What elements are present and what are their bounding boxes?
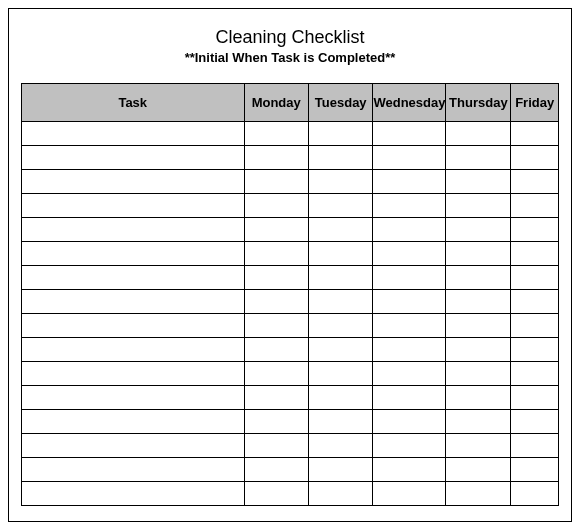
page-title: Cleaning Checklist bbox=[9, 27, 571, 48]
table-cell bbox=[446, 122, 511, 146]
table-cell bbox=[446, 266, 511, 290]
table-cell bbox=[22, 290, 245, 314]
table-cell bbox=[373, 290, 446, 314]
table-cell bbox=[308, 410, 373, 434]
document-page: Cleaning Checklist **Initial When Task i… bbox=[8, 8, 572, 522]
table-cell bbox=[446, 410, 511, 434]
table-cell bbox=[22, 194, 245, 218]
table-cell bbox=[446, 146, 511, 170]
table-cell bbox=[22, 410, 245, 434]
table-cell bbox=[308, 362, 373, 386]
col-header-thursday: Thursday bbox=[446, 84, 511, 122]
table-cell bbox=[244, 482, 308, 506]
table-cell bbox=[244, 146, 308, 170]
table-cell bbox=[511, 482, 559, 506]
table-cell bbox=[373, 338, 446, 362]
table-cell bbox=[244, 458, 308, 482]
table-cell bbox=[373, 386, 446, 410]
table-cell bbox=[446, 290, 511, 314]
table-cell bbox=[308, 290, 373, 314]
table-row bbox=[22, 434, 559, 458]
table-cell bbox=[446, 170, 511, 194]
table-cell bbox=[511, 266, 559, 290]
table-row bbox=[22, 242, 559, 266]
table-cell bbox=[244, 290, 308, 314]
table-cell bbox=[244, 314, 308, 338]
table-row bbox=[22, 314, 559, 338]
table-row bbox=[22, 194, 559, 218]
table-cell bbox=[373, 266, 446, 290]
table-cell bbox=[373, 242, 446, 266]
table-row bbox=[22, 122, 559, 146]
table-cell bbox=[511, 218, 559, 242]
table-cell bbox=[244, 434, 308, 458]
table-cell bbox=[511, 458, 559, 482]
table-cell bbox=[511, 338, 559, 362]
checklist-table: Task Monday Tuesday Wednesday Thursday F… bbox=[21, 83, 559, 506]
table-cell bbox=[373, 410, 446, 434]
table-row bbox=[22, 170, 559, 194]
table-cell bbox=[22, 434, 245, 458]
table-cell bbox=[244, 338, 308, 362]
table-cell bbox=[244, 194, 308, 218]
table-row bbox=[22, 458, 559, 482]
table-cell bbox=[308, 314, 373, 338]
table-cell bbox=[511, 146, 559, 170]
table-cell bbox=[373, 194, 446, 218]
table-cell bbox=[308, 266, 373, 290]
table-row bbox=[22, 410, 559, 434]
table-cell bbox=[308, 218, 373, 242]
table-cell bbox=[244, 122, 308, 146]
table-cell bbox=[373, 458, 446, 482]
col-header-monday: Monday bbox=[244, 84, 308, 122]
table-cell bbox=[511, 242, 559, 266]
table-cell bbox=[373, 122, 446, 146]
table-cell bbox=[22, 482, 245, 506]
table-cell bbox=[373, 170, 446, 194]
table-cell bbox=[308, 146, 373, 170]
table-row bbox=[22, 290, 559, 314]
table-cell bbox=[308, 434, 373, 458]
table-cell bbox=[22, 146, 245, 170]
table-cell bbox=[373, 314, 446, 338]
table-cell bbox=[308, 386, 373, 410]
table-cell bbox=[511, 314, 559, 338]
table-cell bbox=[446, 482, 511, 506]
table-cell bbox=[22, 314, 245, 338]
table-row bbox=[22, 362, 559, 386]
table-cell bbox=[373, 218, 446, 242]
table-cell bbox=[244, 218, 308, 242]
table-cell bbox=[446, 242, 511, 266]
table-cell bbox=[22, 362, 245, 386]
table-cell bbox=[308, 458, 373, 482]
table-cell bbox=[22, 122, 245, 146]
table-cell bbox=[511, 362, 559, 386]
table-cell bbox=[511, 434, 559, 458]
table-cell bbox=[244, 362, 308, 386]
table-cell bbox=[446, 434, 511, 458]
table-cell bbox=[511, 410, 559, 434]
table-cell bbox=[373, 362, 446, 386]
table-cell bbox=[244, 170, 308, 194]
table-cell bbox=[22, 218, 245, 242]
table-cell bbox=[511, 122, 559, 146]
table-cell bbox=[308, 194, 373, 218]
table-row bbox=[22, 218, 559, 242]
table-cell bbox=[373, 434, 446, 458]
table-cell bbox=[446, 194, 511, 218]
col-header-tuesday: Tuesday bbox=[308, 84, 373, 122]
col-header-wednesday: Wednesday bbox=[373, 84, 446, 122]
table-cell bbox=[511, 194, 559, 218]
table-row bbox=[22, 266, 559, 290]
table-cell bbox=[22, 386, 245, 410]
page-subtitle: **Initial When Task is Completed** bbox=[9, 50, 571, 65]
table-row bbox=[22, 386, 559, 410]
table-cell bbox=[373, 146, 446, 170]
table-cell bbox=[308, 122, 373, 146]
table-row bbox=[22, 146, 559, 170]
table-cell bbox=[373, 482, 446, 506]
table-cell bbox=[244, 242, 308, 266]
table-cell bbox=[446, 314, 511, 338]
header-row: Task Monday Tuesday Wednesday Thursday F… bbox=[22, 84, 559, 122]
table-cell bbox=[22, 338, 245, 362]
